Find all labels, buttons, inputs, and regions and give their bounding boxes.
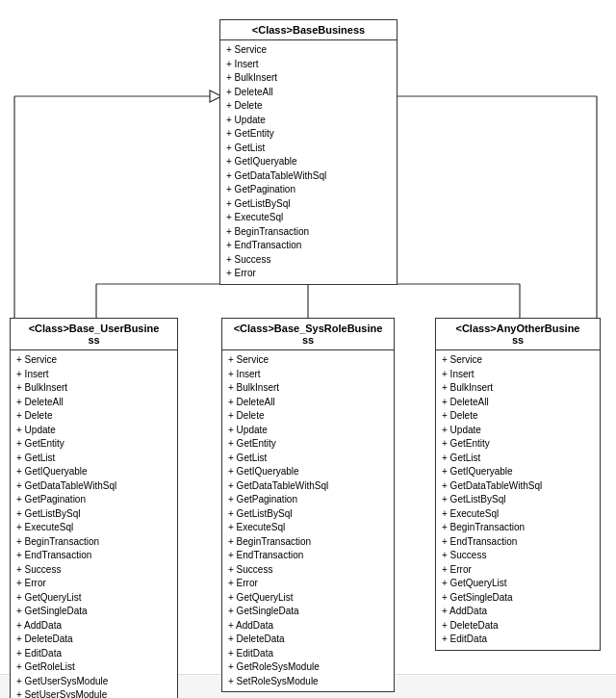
method-item: + GetQueryList: [228, 591, 388, 606]
method-item: + GetEntity: [442, 437, 594, 452]
method-item: + BulkInsert: [226, 71, 391, 86]
method-item: + EditData: [442, 633, 594, 647]
method-item: + GetListBySql: [16, 507, 171, 522]
method-item: + Error: [16, 577, 171, 591]
method-item: + Service: [226, 43, 391, 58]
method-item: + GetList: [226, 142, 391, 156]
method-item: + Delete: [226, 99, 391, 114]
method-item: + EndTransaction: [228, 549, 388, 563]
method-item: + GetPagination: [16, 493, 171, 507]
method-item: + ExecuteSql: [226, 211, 391, 225]
user-business-methods: + Service+ Insert+ BulkInsert+ DeleteAll…: [11, 350, 177, 698]
method-item: + GetEntity: [16, 437, 171, 452]
method-item: + Delete: [442, 409, 594, 424]
sysrole-business-box: <Class>Base_SysRoleBusiness + Service+ I…: [221, 318, 395, 692]
method-item: + Update: [442, 424, 594, 438]
method-item: + Error: [228, 577, 388, 591]
anyother-business-methods: + Service+ Insert+ BulkInsert+ DeleteAll…: [436, 350, 600, 650]
method-item: + SetRoleSysModule: [228, 675, 388, 689]
method-item: + BulkInsert: [442, 381, 594, 396]
method-item: + Service: [228, 353, 388, 368]
method-item: + AddData: [228, 619, 388, 633]
method-item: + GetList: [442, 452, 594, 466]
method-item: + GetQueryList: [16, 591, 171, 606]
method-item: + DeleteAll: [228, 396, 388, 410]
method-item: + Success: [228, 563, 388, 578]
method-item: + GetListBySql: [226, 197, 391, 212]
method-item: + GetList: [16, 452, 171, 466]
method-item: + GetRoleSysModule: [228, 660, 388, 675]
method-item: + GetIQueryable: [442, 465, 594, 479]
method-item: + Update: [16, 424, 171, 438]
method-item: + Insert: [228, 368, 388, 382]
method-item: + Insert: [226, 58, 391, 72]
method-item: + BeginTransaction: [16, 535, 171, 550]
method-item: + EndTransaction: [442, 535, 594, 550]
method-item: + GetPagination: [226, 183, 391, 197]
method-item: + GetDataTableWithSql: [228, 479, 388, 494]
method-item: + Update: [226, 114, 391, 128]
method-item: + BulkInsert: [228, 381, 388, 396]
method-item: + GetUserSysModule: [16, 675, 171, 689]
method-item: + Error: [226, 267, 391, 281]
sysrole-business-methods: + Service+ Insert+ BulkInsert+ DeleteAll…: [222, 350, 394, 691]
anyother-business-name: <Class>AnyOtherBusiness: [436, 319, 600, 350]
method-item: + GetEntity: [226, 127, 391, 142]
method-item: + ExecuteSql: [16, 521, 171, 535]
method-item: + DeleteData: [228, 633, 388, 647]
method-item: + GetSingleData: [16, 605, 171, 619]
method-item: + ExecuteSql: [442, 507, 594, 522]
method-item: + DeleteData: [442, 619, 594, 633]
user-business-box: <Class>Base_UserBusiness + Service+ Inse…: [10, 318, 178, 698]
method-item: + DeleteData: [16, 633, 171, 647]
method-item: + DeleteAll: [226, 86, 391, 100]
method-item: + BeginTransaction: [228, 535, 388, 550]
method-item: + GetPagination: [228, 493, 388, 507]
method-item: + GetIQueryable: [228, 465, 388, 479]
method-item: + BulkInsert: [16, 381, 171, 396]
method-item: + GetList: [228, 452, 388, 466]
anyother-business-box: <Class>AnyOtherBusiness + Service+ Inser…: [435, 318, 601, 651]
method-item: + DeleteAll: [16, 396, 171, 410]
method-item: + AddData: [442, 605, 594, 619]
method-item: + Error: [442, 563, 594, 578]
method-item: + BeginTransaction: [442, 521, 594, 535]
method-item: + GetSingleData: [228, 605, 388, 619]
method-item: + GetDataTableWithSql: [442, 479, 594, 494]
method-item: + GetDataTableWithSql: [226, 169, 391, 184]
method-item: + EndTransaction: [226, 239, 391, 253]
method-item: + DeleteAll: [442, 396, 594, 410]
method-item: + GetDataTableWithSql: [16, 479, 171, 494]
method-item: + Insert: [442, 368, 594, 382]
user-business-name: <Class>Base_UserBusiness: [11, 319, 177, 350]
method-item: + Service: [16, 353, 171, 368]
method-item: + GetListBySql: [442, 493, 594, 507]
method-item: + SetUserSysModule: [16, 688, 171, 698]
method-item: + Update: [228, 424, 388, 438]
method-item: + Success: [16, 563, 171, 578]
method-item: + GetListBySql: [228, 507, 388, 522]
method-item: + Insert: [16, 368, 171, 382]
method-item: + Service: [442, 353, 594, 368]
method-item: + EditData: [16, 647, 171, 661]
sysrole-business-name: <Class>Base_SysRoleBusiness: [222, 319, 394, 350]
method-item: + AddData: [16, 619, 171, 633]
base-business-name: <Class>BaseBusiness: [220, 20, 397, 40]
method-item: + GetEntity: [228, 437, 388, 452]
method-item: + ExecuteSql: [228, 521, 388, 535]
base-business-box: <Class>BaseBusiness + Service+ Insert+ B…: [219, 19, 398, 285]
method-item: + GetQueryList: [442, 577, 594, 591]
method-item: + EndTransaction: [16, 549, 171, 563]
base-business-methods: + Service+ Insert+ BulkInsert+ DeleteAll…: [220, 40, 397, 284]
method-item: + Delete: [228, 409, 388, 424]
method-item: + EditData: [228, 647, 388, 661]
method-item: + GetSingleData: [442, 591, 594, 606]
method-item: + BeginTransaction: [226, 225, 391, 240]
method-item: + Delete: [16, 409, 171, 424]
method-item: + Success: [442, 549, 594, 563]
method-item: + Success: [226, 253, 391, 268]
diagram-container: <Class>BaseBusiness + Service+ Insert+ B…: [0, 0, 616, 674]
method-item: + GetRoleList: [16, 660, 171, 675]
method-item: + GetIQueryable: [226, 155, 391, 169]
method-item: + GetIQueryable: [16, 465, 171, 479]
